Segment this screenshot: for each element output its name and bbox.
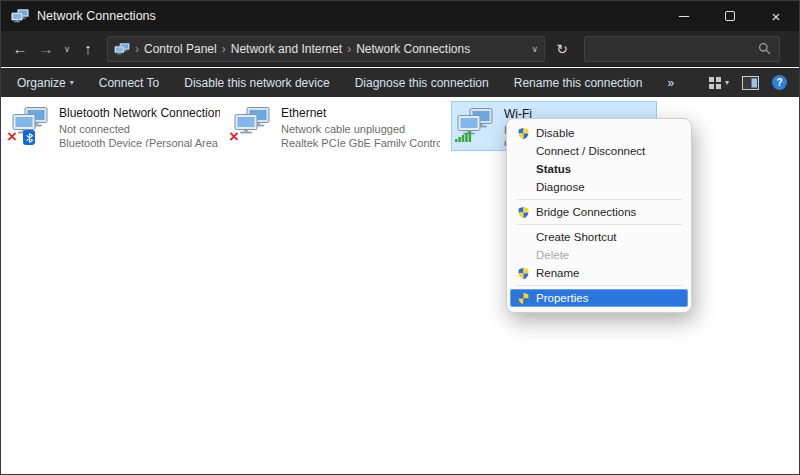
- menu-item-rename[interactable]: Rename: [510, 264, 688, 282]
- breadcrumb-chevron-icon: ›: [222, 42, 226, 56]
- uac-shield-icon: [510, 127, 536, 140]
- chevron-down-icon: ▾: [725, 78, 729, 87]
- maximize-icon: [725, 11, 735, 21]
- organize-menu-button[interactable]: Organize ▾: [17, 76, 74, 90]
- command-bar-right: ▾ ?: [708, 75, 787, 90]
- command-bar-items: Organize ▾ Connect To Disable this netwo…: [17, 76, 674, 90]
- navigation-bar: ← → ∨ ↑ › Control Panel › Network and In…: [1, 31, 799, 67]
- search-box[interactable]: [584, 36, 780, 62]
- menu-separator: [516, 199, 682, 200]
- network-adapter-icon: [457, 108, 495, 140]
- menu-item-create-shortcut[interactable]: Create Shortcut: [510, 228, 688, 246]
- address-bar[interactable]: › Control Panel › Network and Internet ›…: [107, 36, 545, 62]
- forward-button[interactable]: →: [33, 35, 59, 63]
- connection-tile-bluetooth[interactable]: × Bluetooth Network Connection Not conne…: [7, 101, 225, 151]
- toolbar-overflow-button[interactable]: »: [667, 76, 674, 90]
- menu-item-delete: Delete: [510, 246, 688, 264]
- uac-shield-icon: [510, 267, 536, 280]
- up-button[interactable]: ↑: [75, 35, 101, 63]
- address-location-icon: [114, 43, 130, 55]
- help-button[interactable]: ?: [772, 75, 787, 90]
- window-controls: ×: [661, 1, 799, 31]
- connection-info: Bluetooth Network Connection Not connect…: [59, 105, 220, 147]
- breadcrumb-network-and-internet[interactable]: Network and Internet: [231, 42, 342, 56]
- connection-name: Bluetooth Network Connection: [59, 106, 220, 120]
- folder-content-area[interactable]: × Bluetooth Network Connection Not conne…: [1, 97, 799, 474]
- minimize-button[interactable]: [661, 1, 707, 31]
- menu-item-diagnose[interactable]: Diagnose: [510, 178, 688, 196]
- diagnose-connection-button[interactable]: Diagnose this connection: [355, 76, 489, 90]
- network-app-icon: [11, 9, 29, 23]
- menu-item-bridge-connections[interactable]: Bridge Connections: [510, 203, 688, 221]
- back-button[interactable]: ←: [7, 35, 33, 63]
- window-title: Network Connections: [37, 9, 156, 23]
- disconnected-x-icon: ×: [7, 128, 17, 145]
- command-bar: Organize ▾ Connect To Disable this netwo…: [1, 68, 799, 97]
- network-connections-window: Network Connections × ← → ∨ ↑ › Control …: [0, 0, 800, 475]
- disable-device-button[interactable]: Disable this network device: [184, 76, 329, 90]
- history-dropdown-button[interactable]: ∨: [59, 35, 75, 63]
- connection-tile-ethernet[interactable]: × Ethernet Network cable unplugged Realt…: [229, 101, 445, 151]
- breadcrumb-chevron-icon: ›: [347, 42, 351, 56]
- context-menu: Disable Connect / Disconnect Status Diag…: [506, 118, 692, 313]
- connect-to-button[interactable]: Connect To: [99, 76, 160, 90]
- organize-label: Organize: [17, 76, 66, 90]
- preview-pane-button[interactable]: [742, 76, 759, 90]
- breadcrumb-control-panel[interactable]: Control Panel: [144, 42, 217, 56]
- uac-shield-icon: [510, 292, 536, 305]
- menu-item-properties[interactable]: Properties: [510, 289, 688, 307]
- connection-status: Not connected: [59, 123, 220, 135]
- close-icon: ×: [772, 8, 781, 25]
- chevron-down-icon: ▾: [70, 78, 74, 87]
- minimize-icon: [679, 16, 689, 17]
- menu-separator: [516, 224, 682, 225]
- breadcrumb-chevron-icon: ›: [135, 42, 139, 56]
- close-button[interactable]: ×: [753, 1, 799, 31]
- connection-status: Network cable unplugged: [281, 123, 440, 135]
- search-input[interactable]: [593, 42, 758, 56]
- breadcrumb-network-connections[interactable]: Network Connections: [356, 42, 470, 56]
- bluetooth-icon: [23, 130, 35, 145]
- search-icon: [758, 42, 771, 55]
- refresh-button[interactable]: ↻: [548, 36, 576, 62]
- menu-item-disable[interactable]: Disable: [510, 124, 688, 142]
- uac-shield-icon: [510, 206, 536, 219]
- network-adapter-icon: ×: [234, 107, 272, 139]
- maximize-button[interactable]: [707, 1, 753, 31]
- wifi-signal-icon: [455, 128, 472, 146]
- rename-connection-button[interactable]: Rename this connection: [514, 76, 643, 90]
- menu-separator: [516, 285, 682, 286]
- connection-device: Realtek PCIe GbE Family Controller: [281, 137, 440, 147]
- network-adapter-icon: ×: [12, 107, 50, 139]
- disconnected-x-icon: ×: [229, 128, 239, 145]
- address-dropdown-icon[interactable]: ∨: [531, 44, 538, 54]
- connection-device: Bluetooth Device (Personal Area ...: [59, 137, 220, 147]
- change-view-button[interactable]: ▾: [708, 76, 729, 90]
- menu-item-connect-disconnect[interactable]: Connect / Disconnect: [510, 142, 688, 160]
- view-grid-icon: [708, 76, 722, 90]
- connection-info: Ethernet Network cable unplugged Realtek…: [281, 105, 440, 147]
- menu-item-status[interactable]: Status: [510, 160, 688, 178]
- titlebar: Network Connections ×: [1, 1, 799, 31]
- connection-name: Ethernet: [281, 106, 440, 120]
